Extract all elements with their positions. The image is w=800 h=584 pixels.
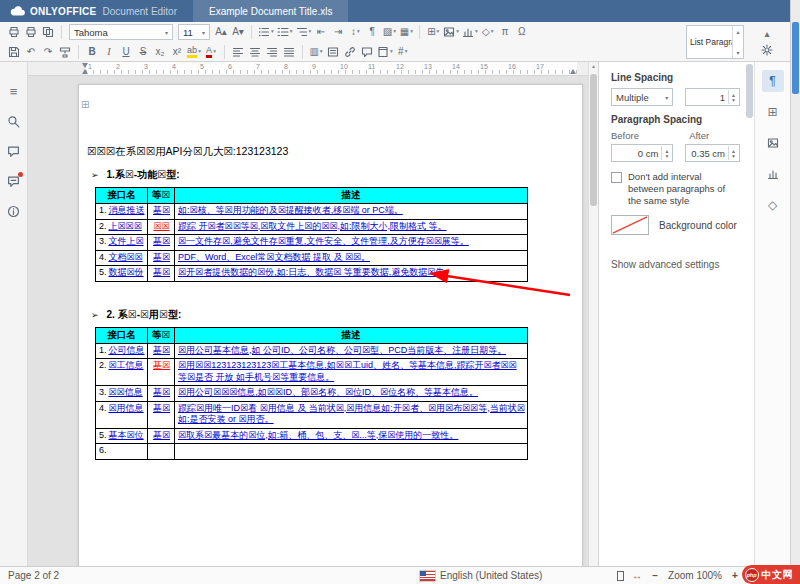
decrement-font-size-icon[interactable]: A▾: [230, 24, 246, 40]
bullet-list-icon[interactable]: ▾: [257, 24, 275, 40]
table-cell[interactable]: 基☒: [148, 235, 175, 251]
table-cell[interactable]: ☒取系☒最基本的☒位,如:箱、桶、包、支、☒...等,保☒使用的一致性。: [175, 428, 528, 444]
no-interval-checkbox[interactable]: [611, 172, 622, 183]
table-cell[interactable]: PDF、Word、Excel常☒文档数据 提取 及 ☒☒。: [175, 250, 528, 266]
table-header-cell[interactable]: 接口名: [96, 327, 148, 343]
quick-print-icon[interactable]: [23, 24, 39, 40]
table-cell[interactable]: ☒用公司基本信息,如 公司ID、公司名称、公司☒型、PCD当前版本、注册日期等。: [175, 343, 528, 359]
stepper-arrows[interactable]: ▲▼: [728, 90, 738, 104]
table-cell[interactable]: 基☒: [148, 401, 175, 428]
table-cell[interactable]: 2.上☒☒☒: [96, 219, 148, 235]
insert-header-footer-icon[interactable]: ▾: [376, 44, 394, 60]
image-settings-icon[interactable]: [762, 132, 784, 154]
increase-indent-icon[interactable]: ⇥: [330, 24, 346, 40]
superscript-icon[interactable]: x²: [169, 44, 185, 60]
copy-style-icon[interactable]: [57, 44, 73, 60]
table-cell[interactable]: 1.公司信息: [96, 343, 148, 359]
insert-image-icon[interactable]: ▾: [442, 24, 460, 40]
redo-icon[interactable]: ↷: [40, 44, 56, 60]
italic-icon[interactable]: I: [101, 44, 117, 60]
section-heading[interactable]: ➢2. 系☒-☒用☒型:: [91, 308, 582, 322]
print-icon[interactable]: [6, 24, 22, 40]
paragraph-settings-icon[interactable]: ¶: [762, 70, 784, 92]
font-color-icon[interactable]: A▾: [203, 44, 219, 60]
table-cell[interactable]: 4.文档☒☒: [96, 250, 148, 266]
table-cell[interactable]: 基☒: [148, 266, 175, 282]
settings-gear-icon[interactable]: [759, 42, 775, 58]
scrollbar-thumb[interactable]: [590, 74, 597, 206]
paragraph-marks-icon[interactable]: ¶: [364, 24, 380, 40]
strikethrough-icon[interactable]: S: [135, 44, 151, 60]
table-header-cell[interactable]: 等☒: [148, 327, 175, 343]
table-row[interactable]: 2.上☒☒☒☒☒跟踪 开☒者☒☒等☒,☒取文件上☒的☒☒,如:限制大小,限制格式…: [96, 219, 528, 235]
multilevel-list-icon[interactable]: ▾: [295, 24, 313, 40]
document-tab[interactable]: Example Document Title.xls: [193, 0, 348, 22]
table-cell[interactable]: ☒用☒☒123123123123☒工基本信息,如☒☒工uid、姓名、等基本信息,…: [175, 359, 528, 386]
comments-icon[interactable]: [5, 142, 23, 160]
table-header-cell[interactable]: 描述: [175, 327, 528, 343]
document-scrollbar[interactable]: ▴: [588, 62, 598, 566]
align-left-icon[interactable]: [230, 44, 246, 60]
table-cell[interactable]: ☒一文件存☒,避免文件存☒重复,文件安全、文件管理,及方便存☒☒展等。: [175, 235, 528, 251]
table-cell[interactable]: 如:☒核、等☒用功能的及☒提醒接收者,移☒端 or PC端。: [175, 204, 528, 220]
no-interval-label[interactable]: Don't add interval between paragraphs of…: [628, 171, 740, 207]
table-row[interactable]: 3.☒☒信息基☒☒用公司☒☒☒信息,如☒☒ID、部☒名称、☒位ID、☒位名称、等…: [96, 386, 528, 402]
fit-width-icon[interactable]: ↔: [632, 570, 642, 581]
table-row[interactable]: 5.数据☒份基☒☒开☒者提供数据的☒份,如:日志、数据☒ 等重要数据,避免数据☒…: [96, 266, 528, 282]
increment-font-size-icon[interactable]: A▴: [213, 24, 229, 40]
align-justify-icon[interactable]: [281, 44, 297, 60]
line-spacing-icon[interactable]: ↕▾: [347, 24, 363, 40]
file-menu-icon[interactable]: ≡: [5, 82, 23, 100]
table-cell[interactable]: 6.: [96, 444, 148, 460]
table-settings-icon[interactable]: ⊞: [762, 101, 784, 123]
table-cell[interactable]: 基☒: [148, 343, 175, 359]
document-page[interactable]: ⊞ ☒☒☒在系☒☒用API分☒几大☒:123123123 ➢1.系☒-功能☒型:…: [78, 84, 583, 566]
table-cell[interactable]: 3.☒☒信息: [96, 386, 148, 402]
copy-icon[interactable]: [40, 24, 56, 40]
style-gallery-scroll[interactable]: ▴▾: [732, 26, 743, 58]
insert-hyperlink-icon[interactable]: [342, 44, 358, 60]
insert-table-icon[interactable]: ⊞▾: [425, 24, 441, 40]
fit-page-icon[interactable]: [617, 571, 624, 581]
table-cell[interactable]: [148, 444, 175, 460]
table-row[interactable]: 1.公司信息基☒☒用公司基本信息,如 公司ID、公司名称、公司☒型、PCD当前版…: [96, 343, 528, 359]
show-advanced-settings-link[interactable]: Show advanced settings: [611, 259, 740, 270]
table-row[interactable]: 4.☒用信息基☒跟踪☒用唯一ID☒看 ☒用信息 及 当前状☒,☒用信息如:开☒者…: [96, 401, 528, 428]
shape-settings-icon[interactable]: ◇: [762, 194, 784, 216]
highlight-color-icon[interactable]: ab▾: [186, 44, 202, 60]
api-table[interactable]: 接口名等☒描述1.消息推送基☒如:☒核、等☒用功能的及☒提醒接收者,移☒端 or…: [95, 187, 528, 282]
insert-page-number-icon[interactable]: #▾: [395, 44, 411, 60]
ruler[interactable]: 1234567891011121314151617: [28, 62, 588, 76]
stepper-up-icon[interactable]: ▲: [731, 93, 736, 97]
underline-icon[interactable]: U: [118, 44, 134, 60]
scrollbar-thumb[interactable]: [792, 22, 799, 94]
page-indicator[interactable]: Page 2 of 2: [8, 570, 59, 581]
scrollbar-thumb[interactable]: [746, 64, 753, 118]
insert-equation-icon[interactable]: π: [497, 24, 513, 40]
insert-shape-icon[interactable]: ◇▾: [480, 24, 496, 40]
zoom-out-icon[interactable]: −: [650, 570, 660, 581]
panel-scrollbar[interactable]: [746, 64, 753, 564]
table-cell[interactable]: 基☒: [148, 428, 175, 444]
search-icon[interactable]: [5, 112, 23, 130]
stepper-down-icon[interactable]: ▼: [664, 154, 669, 158]
stepper-down-icon[interactable]: ▼: [731, 154, 736, 158]
table-cell[interactable]: 1.消息推送: [96, 204, 148, 220]
table-cell[interactable]: 5.数据☒份: [96, 266, 148, 282]
insert-textbox-icon[interactable]: [325, 44, 341, 60]
chat-icon[interactable]: [5, 172, 23, 190]
table-cell[interactable]: 3.文件上☒: [96, 235, 148, 251]
spacing-after-spinner[interactable]: 0.35 cm▲▼: [685, 144, 740, 162]
collapse-toolbar-icon[interactable]: ▴: [759, 26, 775, 42]
font-name-select[interactable]: Tahoma▾: [69, 24, 173, 40]
table-header-cell[interactable]: 等☒: [148, 188, 175, 204]
bold-icon[interactable]: B: [84, 44, 100, 60]
numbered-list-icon[interactable]: ▾: [276, 24, 294, 40]
font-size-select[interactable]: 11▾: [178, 24, 210, 40]
line-spacing-select[interactable]: Multiple▾: [611, 88, 673, 106]
browser-scrollbar[interactable]: [790, 0, 800, 584]
align-right-icon[interactable]: [264, 44, 280, 60]
table-cell[interactable]: ☒☒: [148, 219, 175, 235]
intro-paragraph[interactable]: ☒☒☒在系☒☒用API分☒几大☒:123123123: [87, 145, 582, 159]
chevron-up-icon[interactable]: ▴: [736, 28, 739, 35]
